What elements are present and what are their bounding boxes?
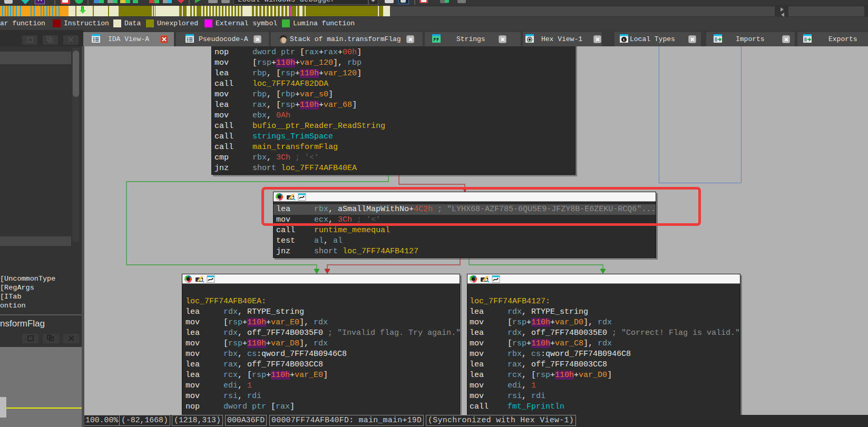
svg-text:t: t [623, 37, 626, 42]
